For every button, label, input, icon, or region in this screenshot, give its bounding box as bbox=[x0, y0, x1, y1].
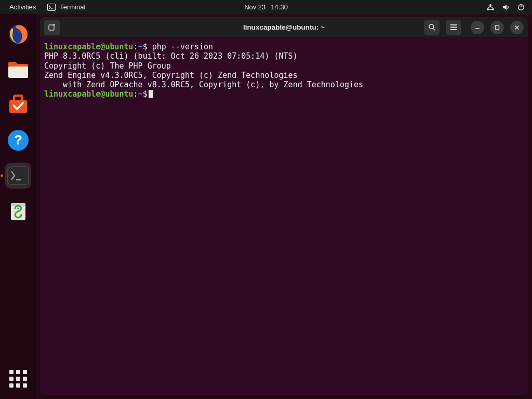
files-icon bbox=[7, 59, 30, 80]
top-panel: Activities Terminal Nov 23 14:30 bbox=[0, 0, 532, 14]
show-applications-button[interactable] bbox=[9, 370, 27, 388]
minimize-icon bbox=[475, 25, 480, 30]
dock-help[interactable]: ? bbox=[5, 127, 31, 153]
close-icon bbox=[514, 25, 520, 30]
prompt-path: ~ bbox=[138, 89, 143, 99]
svg-rect-9 bbox=[8, 66, 28, 78]
clock-date: Nov 23 bbox=[244, 3, 265, 11]
minimize-button[interactable] bbox=[471, 21, 484, 34]
svg-rect-0 bbox=[48, 4, 56, 10]
output-line: PHP 8.3.0RC5 (cli) (built: Oct 26 2023 0… bbox=[44, 51, 298, 61]
svg-point-3 bbox=[487, 8, 489, 10]
help-icon: ? bbox=[7, 129, 30, 152]
clock-time: 14:30 bbox=[271, 3, 288, 11]
software-icon bbox=[7, 94, 30, 116]
prompt-path: ~ bbox=[138, 42, 143, 51]
svg-rect-28 bbox=[496, 25, 499, 29]
firefox-icon bbox=[7, 23, 30, 46]
svg-text:?: ? bbox=[14, 132, 22, 148]
dock-firefox[interactable] bbox=[5, 21, 31, 47]
window-title: linuxcapable@ubuntu: ~ bbox=[243, 23, 325, 31]
terminal-body[interactable]: linuxcapable@ubuntu:~$ php --version PHP… bbox=[40, 38, 528, 395]
prompt-userhost: linuxcapable@ubuntu bbox=[44, 89, 134, 99]
output-line: with Zend OPcache v8.3.0RC5, Copyright (… bbox=[44, 80, 363, 89]
new-tab-icon bbox=[48, 23, 56, 32]
clock[interactable]: Nov 23 14:30 bbox=[244, 3, 288, 11]
hamburger-icon bbox=[450, 24, 458, 31]
svg-point-22 bbox=[429, 24, 433, 29]
new-tab-button[interactable] bbox=[44, 20, 60, 35]
command-text: php --version bbox=[152, 42, 213, 51]
activities-button[interactable]: Activities bbox=[9, 3, 36, 11]
prompt-userhost: linuxcapable@ubuntu bbox=[44, 42, 134, 51]
dock-software[interactable] bbox=[5, 92, 31, 118]
prompt-dollar: $ bbox=[143, 89, 148, 99]
close-button[interactable] bbox=[510, 21, 524, 34]
app-indicator-label: Terminal bbox=[60, 3, 85, 11]
titlebar[interactable]: linuxcapable@ubuntu: ~ bbox=[40, 17, 528, 38]
dock-trash[interactable] bbox=[5, 198, 31, 224]
search-icon bbox=[428, 23, 436, 31]
menu-button[interactable] bbox=[446, 20, 461, 35]
prompt-dollar: $ bbox=[143, 42, 148, 51]
maximize-icon bbox=[495, 25, 500, 30]
terminal-small-icon bbox=[47, 4, 56, 11]
svg-rect-10 bbox=[9, 100, 27, 113]
output-line: Copyright (c) The PHP Group bbox=[44, 61, 171, 71]
svg-rect-19 bbox=[49, 25, 54, 30]
terminal-icon bbox=[7, 166, 29, 185]
svg-point-2 bbox=[489, 4, 491, 6]
network-icon[interactable] bbox=[486, 4, 495, 11]
volume-icon[interactable] bbox=[502, 4, 510, 11]
prompt-colon: : bbox=[134, 89, 138, 99]
dock-files[interactable] bbox=[5, 57, 31, 83]
search-button[interactable] bbox=[424, 20, 440, 35]
svg-point-4 bbox=[492, 8, 494, 10]
output-line: Zend Engine v4.3.0RC5, Copyright (c) Zen… bbox=[44, 71, 298, 80]
dock: ? bbox=[0, 14, 36, 399]
prompt-colon: : bbox=[134, 42, 138, 51]
maximize-button[interactable] bbox=[490, 21, 504, 34]
power-icon[interactable] bbox=[517, 4, 525, 11]
trash-icon bbox=[8, 200, 29, 222]
dock-terminal[interactable] bbox=[5, 163, 31, 189]
svg-rect-13 bbox=[8, 167, 29, 184]
terminal-window: linuxcapable@ubuntu: ~ linuxcapable@u bbox=[40, 17, 528, 395]
app-indicator[interactable]: Terminal bbox=[47, 3, 85, 11]
svg-line-23 bbox=[433, 29, 435, 31]
cursor bbox=[149, 90, 153, 98]
